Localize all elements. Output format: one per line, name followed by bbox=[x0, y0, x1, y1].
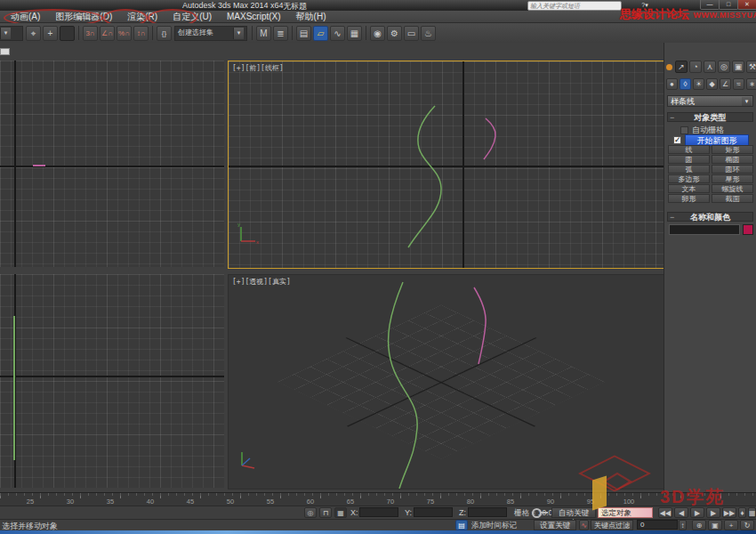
autogrid-checkbox[interactable] bbox=[680, 126, 688, 134]
shape-category-dropdown[interactable]: 样条线 ▾ bbox=[667, 95, 753, 107]
search-input[interactable] bbox=[528, 2, 621, 10]
shape-button-donut[interactable]: 圆环 bbox=[712, 165, 753, 174]
key-mode-toggle-icon[interactable]: ♦ bbox=[738, 507, 746, 518]
go-to-end-icon[interactable]: ▶▶ bbox=[722, 507, 736, 518]
set-key-button[interactable]: 设置关键点 bbox=[534, 520, 576, 530]
close-button[interactable]: ✕ bbox=[737, 0, 756, 10]
selected-objects-dropdown[interactable]: 选定对象 bbox=[598, 507, 653, 518]
shape-button-ellipse[interactable]: 椭圆 bbox=[712, 155, 753, 164]
align-icon[interactable]: ≣ bbox=[273, 26, 288, 41]
misc-icon[interactable]: ▦ bbox=[748, 507, 756, 518]
viewport-perspective[interactable]: [+][透视][真实] bbox=[228, 274, 664, 490]
zoom-icon[interactable]: ⊕ bbox=[692, 520, 706, 530]
select-and-move-icon[interactable]: + bbox=[43, 26, 58, 41]
tab-create[interactable]: ↗ bbox=[675, 61, 688, 73]
auto-key-button[interactable]: 自动关键点 bbox=[551, 507, 596, 518]
pan-icon[interactable]: + bbox=[724, 520, 738, 530]
pink-spline[interactable] bbox=[484, 118, 495, 159]
go-to-start-icon[interactable]: ◀◀ bbox=[658, 507, 672, 518]
next-frame-icon[interactable]: ▶ bbox=[706, 507, 720, 518]
windows-taskbar[interactable] bbox=[0, 530, 756, 534]
shape-button-ngon[interactable]: 多边形 bbox=[668, 174, 710, 183]
tab-display[interactable]: ▣ bbox=[732, 61, 744, 73]
selection-lock-icon[interactable]: ⊓ bbox=[319, 507, 332, 518]
angle-snap-icon[interactable]: ∠∩ bbox=[100, 26, 115, 41]
category-helpers-icon[interactable]: ∠ bbox=[720, 78, 731, 90]
zoom-extents-icon[interactable]: ▣ bbox=[708, 520, 722, 530]
menu-rendering[interactable]: 渲染(R) bbox=[127, 11, 157, 23]
maximize-button[interactable]: □ bbox=[719, 0, 738, 10]
absolute-transform-icon[interactable]: ▦ bbox=[334, 507, 347, 518]
shape-button-arc[interactable]: 弧 bbox=[668, 165, 710, 174]
viewport-front[interactable]: [+][前][线框] y x bbox=[228, 61, 664, 269]
minimize-button[interactable]: — bbox=[700, 0, 720, 10]
viewport-left-bottom[interactable] bbox=[0, 274, 224, 488]
render-setup-icon[interactable]: ⚙ bbox=[387, 26, 402, 41]
select-and-place-icon[interactable]: ⌖ bbox=[26, 26, 41, 41]
pink-spline[interactable] bbox=[474, 287, 486, 364]
shape-button-rectangle[interactable]: 矩形 bbox=[712, 145, 753, 154]
frame-spinner[interactable]: ↕ bbox=[679, 520, 687, 530]
spinner-snap-icon[interactable]: ↕∩ bbox=[133, 26, 149, 41]
shape-button-circle[interactable]: 圆 bbox=[668, 155, 710, 164]
schematic-view-icon[interactable]: ▦ bbox=[347, 26, 362, 41]
spline-segment-pink[interactable] bbox=[33, 165, 45, 166]
track-bar[interactable]: 25 30 35 40 45 50 55 60 65 70 75 80 85 9… bbox=[0, 492, 756, 506]
green-spline[interactable] bbox=[408, 106, 441, 247]
previous-frame-icon[interactable]: ◀ bbox=[674, 507, 688, 518]
tab-modify[interactable]: ◔ bbox=[689, 61, 702, 73]
percent-snap-icon[interactable]: %∩ bbox=[117, 26, 132, 41]
menu-help[interactable]: 帮助(H) bbox=[296, 11, 326, 23]
rendered-frame-window-icon[interactable]: ▭ bbox=[404, 26, 419, 41]
shape-button-star[interactable]: 星形 bbox=[712, 174, 753, 183]
curve-editor-icon[interactable]: ∿ bbox=[330, 26, 345, 41]
x-coordinate-field[interactable] bbox=[359, 507, 398, 517]
start-new-shape-checkbox[interactable] bbox=[673, 136, 681, 144]
category-geometry-icon[interactable]: ● bbox=[666, 78, 678, 90]
shape-button-section[interactable]: 截面 bbox=[712, 194, 753, 203]
shape-button-line[interactable]: 线 bbox=[668, 145, 710, 154]
menu-animation[interactable]: 动画(A) bbox=[11, 11, 40, 23]
z-coordinate-field[interactable] bbox=[468, 507, 507, 517]
orbit-icon[interactable]: ↻ bbox=[740, 520, 754, 530]
category-systems-icon[interactable]: ∗ bbox=[746, 78, 756, 90]
snap-toggle-3d-icon[interactable]: 3∩ bbox=[83, 26, 98, 41]
help-search-box[interactable] bbox=[527, 1, 622, 11]
named-selection-set-dropdown[interactable]: 创建选择集 ▾ bbox=[174, 26, 247, 41]
keyboard-shortcut-override-icon[interactable]: {} bbox=[157, 26, 172, 41]
layer-manager-icon[interactable]: ▤ bbox=[296, 26, 311, 41]
category-lights-icon[interactable]: ☀ bbox=[693, 78, 704, 90]
name-color-rollout[interactable]: − 名称和颜色 bbox=[667, 212, 753, 222]
y-coordinate-field[interactable] bbox=[414, 507, 453, 517]
help-icon[interactable]: ?▾ bbox=[637, 1, 653, 10]
green-spline[interactable] bbox=[389, 282, 418, 489]
shape-button-egg[interactable]: 卵形 bbox=[668, 194, 710, 203]
object-type-rollout[interactable]: − 对象类型 bbox=[667, 112, 753, 122]
isolate-selection-icon[interactable]: ◎ bbox=[304, 507, 317, 518]
category-shapes-icon[interactable]: ◊ bbox=[680, 78, 691, 90]
waveform-icon[interactable]: ∿ bbox=[579, 520, 589, 530]
shape-button-text[interactable]: 文本 bbox=[668, 184, 710, 193]
spline-segment-green[interactable] bbox=[13, 316, 15, 460]
tab-hierarchy[interactable]: ⋏ bbox=[704, 61, 716, 73]
tab-utilities[interactable]: ⚒ bbox=[746, 61, 756, 73]
mirror-icon[interactable]: M bbox=[256, 26, 271, 41]
menu-maxscript[interactable]: MAXScript(X) bbox=[227, 12, 281, 21]
category-cameras-icon[interactable]: ◆ bbox=[706, 78, 718, 90]
graphite-modeling-icon[interactable]: ▱ bbox=[313, 26, 328, 41]
tab-motion[interactable]: ◎ bbox=[718, 61, 730, 73]
viewport-left-top[interactable] bbox=[0, 61, 224, 267]
play-button-icon[interactable]: ▶ bbox=[690, 507, 704, 518]
category-spacewarps-icon[interactable]: ≈ bbox=[733, 78, 744, 90]
key-filters-button[interactable]: 关键点过滤器... bbox=[591, 520, 633, 530]
render-production-icon[interactable]: ♨ bbox=[421, 26, 436, 41]
reference-coordsys-dropdown[interactable]: ▾ bbox=[0, 26, 23, 41]
menu-customize[interactable]: 自定义(U) bbox=[173, 11, 212, 23]
current-frame-field[interactable]: 0 bbox=[637, 520, 678, 530]
object-name-field[interactable] bbox=[669, 224, 740, 235]
shape-button-helix[interactable]: 螺旋线 bbox=[712, 184, 753, 193]
menu-graph-editors[interactable]: 图形编辑器(D) bbox=[55, 11, 112, 23]
time-tag-icon[interactable]: ▤ bbox=[455, 520, 468, 530]
material-editor-icon[interactable]: ◉ bbox=[370, 26, 385, 41]
select-object-icon[interactable] bbox=[60, 26, 75, 41]
